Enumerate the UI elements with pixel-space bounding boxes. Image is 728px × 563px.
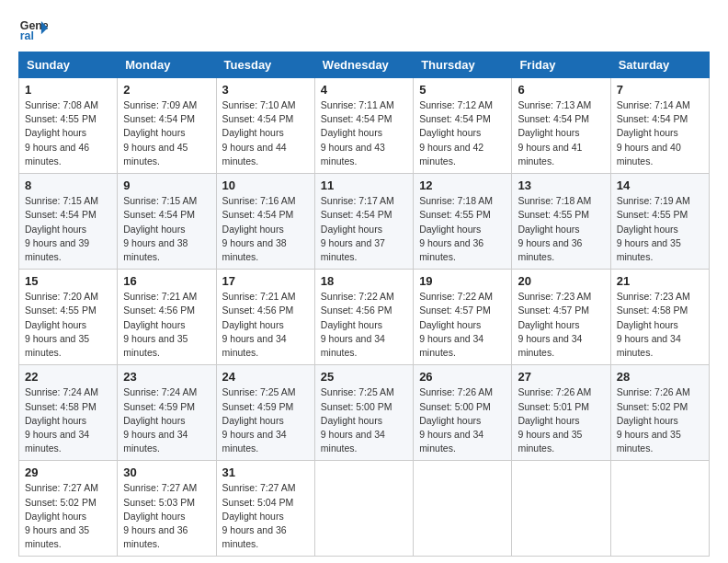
day-number: 19 bbox=[419, 274, 506, 288]
day-number: 10 bbox=[222, 178, 309, 192]
calendar-table: SundayMondayTuesdayWednesdayThursdayFrid… bbox=[18, 52, 710, 557]
day-number: 11 bbox=[321, 178, 407, 192]
calendar-cell: 30 Sunrise: 7:27 AM Sunset: 5:03 PM Dayl… bbox=[118, 461, 216, 557]
calendar-cell bbox=[414, 461, 512, 557]
day-info: Sunrise: 7:25 AM Sunset: 4:59 PM Dayligh… bbox=[222, 385, 309, 455]
day-info: Sunrise: 7:18 AM Sunset: 4:55 PM Dayligh… bbox=[518, 194, 604, 264]
logo: Gene ral bbox=[18, 15, 51, 44]
calendar-cell: 6 Sunrise: 7:13 AM Sunset: 4:54 PM Dayli… bbox=[512, 78, 610, 174]
day-number: 5 bbox=[419, 83, 506, 97]
day-info: Sunrise: 7:15 AM Sunset: 4:54 PM Dayligh… bbox=[123, 194, 210, 264]
calendar-cell: 17 Sunrise: 7:21 AM Sunset: 4:56 PM Dayl… bbox=[216, 270, 314, 365]
svg-text:ral: ral bbox=[20, 29, 34, 42]
calendar-week-2: 8 Sunrise: 7:15 AM Sunset: 4:54 PM Dayli… bbox=[19, 174, 710, 270]
calendar-cell: 25 Sunrise: 7:25 AM Sunset: 5:00 PM Dayl… bbox=[314, 365, 413, 461]
day-number: 31 bbox=[222, 465, 309, 479]
day-number: 8 bbox=[25, 178, 111, 192]
logo-icon: Gene ral bbox=[18, 15, 48, 44]
day-info: Sunrise: 7:18 AM Sunset: 4:55 PM Dayligh… bbox=[419, 194, 506, 264]
day-info: Sunrise: 7:11 AM Sunset: 4:54 PM Dayligh… bbox=[321, 98, 407, 168]
calendar-cell: 13 Sunrise: 7:18 AM Sunset: 4:55 PM Dayl… bbox=[512, 174, 610, 270]
day-number: 16 bbox=[123, 274, 210, 288]
day-info: Sunrise: 7:23 AM Sunset: 4:57 PM Dayligh… bbox=[518, 290, 604, 360]
day-info: Sunrise: 7:17 AM Sunset: 4:54 PM Dayligh… bbox=[321, 194, 407, 264]
calendar-cell: 9 Sunrise: 7:15 AM Sunset: 4:54 PM Dayli… bbox=[118, 174, 216, 270]
day-info: Sunrise: 7:27 AM Sunset: 5:03 PM Dayligh… bbox=[123, 481, 210, 551]
day-number: 27 bbox=[518, 370, 604, 384]
day-number: 17 bbox=[222, 274, 309, 288]
calendar-cell: 15 Sunrise: 7:20 AM Sunset: 4:55 PM Dayl… bbox=[19, 270, 118, 365]
calendar-header-thursday: Thursday bbox=[414, 52, 512, 78]
day-number: 4 bbox=[321, 83, 407, 97]
calendar-week-5: 29 Sunrise: 7:27 AM Sunset: 5:02 PM Dayl… bbox=[19, 461, 710, 557]
day-number: 23 bbox=[123, 370, 210, 384]
calendar-cell: 31 Sunrise: 7:27 AM Sunset: 5:04 PM Dayl… bbox=[216, 461, 314, 557]
calendar-cell: 27 Sunrise: 7:26 AM Sunset: 5:01 PM Dayl… bbox=[512, 365, 610, 461]
day-info: Sunrise: 7:20 AM Sunset: 4:55 PM Dayligh… bbox=[25, 290, 111, 360]
day-info: Sunrise: 7:23 AM Sunset: 4:58 PM Dayligh… bbox=[617, 290, 703, 360]
calendar-cell: 18 Sunrise: 7:22 AM Sunset: 4:56 PM Dayl… bbox=[314, 270, 413, 365]
calendar-cell: 26 Sunrise: 7:26 AM Sunset: 5:00 PM Dayl… bbox=[414, 365, 512, 461]
day-info: Sunrise: 7:16 AM Sunset: 4:54 PM Dayligh… bbox=[222, 194, 309, 264]
calendar-header-tuesday: Tuesday bbox=[216, 52, 314, 78]
calendar-cell: 21 Sunrise: 7:23 AM Sunset: 4:58 PM Dayl… bbox=[610, 270, 709, 365]
calendar-cell: 5 Sunrise: 7:12 AM Sunset: 4:54 PM Dayli… bbox=[414, 78, 512, 174]
day-number: 6 bbox=[518, 83, 604, 97]
day-number: 1 bbox=[25, 83, 111, 97]
day-info: Sunrise: 7:09 AM Sunset: 4:54 PM Dayligh… bbox=[123, 98, 210, 168]
calendar-cell: 1 Sunrise: 7:08 AM Sunset: 4:55 PM Dayli… bbox=[19, 78, 118, 174]
day-info: Sunrise: 7:26 AM Sunset: 5:01 PM Dayligh… bbox=[518, 385, 604, 455]
calendar-cell: 4 Sunrise: 7:11 AM Sunset: 4:54 PM Dayli… bbox=[314, 78, 413, 174]
day-number: 12 bbox=[419, 178, 506, 192]
day-number: 21 bbox=[617, 274, 703, 288]
day-info: Sunrise: 7:26 AM Sunset: 5:00 PM Dayligh… bbox=[419, 385, 506, 455]
calendar-cell: 12 Sunrise: 7:18 AM Sunset: 4:55 PM Dayl… bbox=[414, 174, 512, 270]
calendar-cell: 3 Sunrise: 7:10 AM Sunset: 4:54 PM Dayli… bbox=[216, 78, 314, 174]
calendar-header-row: SundayMondayTuesdayWednesdayThursdayFrid… bbox=[19, 52, 710, 78]
page-header: Gene ral bbox=[18, 15, 710, 44]
calendar-week-3: 15 Sunrise: 7:20 AM Sunset: 4:55 PM Dayl… bbox=[19, 270, 710, 365]
day-number: 3 bbox=[222, 83, 309, 97]
day-info: Sunrise: 7:22 AM Sunset: 4:56 PM Dayligh… bbox=[321, 290, 407, 360]
day-info: Sunrise: 7:15 AM Sunset: 4:54 PM Dayligh… bbox=[25, 194, 111, 264]
day-info: Sunrise: 7:26 AM Sunset: 5:02 PM Dayligh… bbox=[617, 385, 703, 455]
calendar-week-1: 1 Sunrise: 7:08 AM Sunset: 4:55 PM Dayli… bbox=[19, 78, 710, 174]
calendar-cell: 19 Sunrise: 7:22 AM Sunset: 4:57 PM Dayl… bbox=[414, 270, 512, 365]
calendar-header-sunday: Sunday bbox=[19, 52, 118, 78]
day-number: 9 bbox=[123, 178, 210, 192]
day-number: 28 bbox=[617, 370, 703, 384]
calendar-header-wednesday: Wednesday bbox=[314, 52, 413, 78]
calendar-cell: 2 Sunrise: 7:09 AM Sunset: 4:54 PM Dayli… bbox=[118, 78, 216, 174]
calendar-cell bbox=[610, 461, 709, 557]
calendar-cell: 7 Sunrise: 7:14 AM Sunset: 4:54 PM Dayli… bbox=[610, 78, 709, 174]
calendar-cell: 24 Sunrise: 7:25 AM Sunset: 4:59 PM Dayl… bbox=[216, 365, 314, 461]
day-info: Sunrise: 7:19 AM Sunset: 4:55 PM Dayligh… bbox=[617, 194, 703, 264]
day-number: 20 bbox=[518, 274, 604, 288]
day-number: 29 bbox=[25, 465, 111, 479]
day-number: 22 bbox=[25, 370, 111, 384]
day-info: Sunrise: 7:08 AM Sunset: 4:55 PM Dayligh… bbox=[25, 98, 111, 168]
day-number: 13 bbox=[518, 178, 604, 192]
calendar-cell: 10 Sunrise: 7:16 AM Sunset: 4:54 PM Dayl… bbox=[216, 174, 314, 270]
calendar-cell: 29 Sunrise: 7:27 AM Sunset: 5:02 PM Dayl… bbox=[19, 461, 118, 557]
day-info: Sunrise: 7:13 AM Sunset: 4:54 PM Dayligh… bbox=[518, 98, 604, 168]
day-info: Sunrise: 7:12 AM Sunset: 4:54 PM Dayligh… bbox=[419, 98, 506, 168]
day-info: Sunrise: 7:25 AM Sunset: 5:00 PM Dayligh… bbox=[321, 385, 407, 455]
calendar-cell: 22 Sunrise: 7:24 AM Sunset: 4:58 PM Dayl… bbox=[19, 365, 118, 461]
calendar-cell: 28 Sunrise: 7:26 AM Sunset: 5:02 PM Dayl… bbox=[610, 365, 709, 461]
day-number: 14 bbox=[617, 178, 703, 192]
day-number: 15 bbox=[25, 274, 111, 288]
calendar-header-saturday: Saturday bbox=[610, 52, 709, 78]
day-number: 26 bbox=[419, 370, 506, 384]
day-info: Sunrise: 7:21 AM Sunset: 4:56 PM Dayligh… bbox=[222, 290, 309, 360]
day-info: Sunrise: 7:22 AM Sunset: 4:57 PM Dayligh… bbox=[419, 290, 506, 360]
day-number: 25 bbox=[321, 370, 407, 384]
calendar-cell: 20 Sunrise: 7:23 AM Sunset: 4:57 PM Dayl… bbox=[512, 270, 610, 365]
day-info: Sunrise: 7:24 AM Sunset: 4:59 PM Dayligh… bbox=[123, 385, 210, 455]
calendar-cell: 16 Sunrise: 7:21 AM Sunset: 4:56 PM Dayl… bbox=[118, 270, 216, 365]
day-number: 18 bbox=[321, 274, 407, 288]
day-info: Sunrise: 7:24 AM Sunset: 4:58 PM Dayligh… bbox=[25, 385, 111, 455]
day-info: Sunrise: 7:14 AM Sunset: 4:54 PM Dayligh… bbox=[617, 98, 703, 168]
calendar-cell bbox=[512, 461, 610, 557]
calendar-cell: 11 Sunrise: 7:17 AM Sunset: 4:54 PM Dayl… bbox=[314, 174, 413, 270]
